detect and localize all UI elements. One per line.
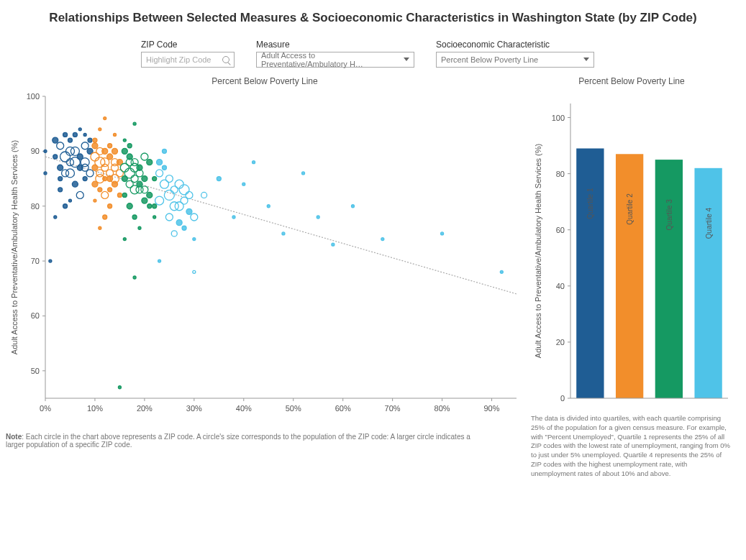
scatter-point[interactable] (108, 188, 112, 192)
scatter-point[interactable] (101, 164, 109, 171)
scatter-point[interactable] (62, 170, 69, 177)
scatter-point[interactable] (122, 175, 127, 181)
scatter-point[interactable] (99, 128, 101, 131)
scatter-point[interactable] (49, 260, 52, 262)
bar-2[interactable] (616, 154, 643, 398)
scatter-point[interactable] (88, 138, 92, 142)
bar-4[interactable] (694, 168, 722, 398)
scatter-point[interactable] (58, 188, 63, 192)
scatter-point[interactable] (155, 196, 164, 205)
scatter-point[interactable] (500, 270, 503, 273)
scatter-point[interactable] (58, 165, 63, 170)
scatter-point[interactable] (123, 139, 126, 142)
scatter-point[interactable] (147, 204, 152, 208)
scatter-point[interactable] (103, 176, 107, 180)
scatter-point[interactable] (123, 237, 126, 240)
bar-chart[interactable]: 020406080100Adult Access to Preventative… (531, 89, 732, 405)
scatter-point[interactable] (95, 157, 105, 167)
scatter-point[interactable] (60, 152, 70, 162)
scatter-point[interactable] (81, 142, 88, 150)
scatter-point[interactable] (78, 128, 81, 131)
scatter-point[interactable] (63, 132, 68, 137)
scatter-point[interactable] (232, 216, 235, 219)
scatter-point[interactable] (171, 231, 177, 237)
scatter-point[interactable] (108, 144, 112, 148)
scatter-point[interactable] (137, 181, 142, 187)
scatter-point[interactable] (302, 172, 305, 175)
scatter-point[interactable] (381, 237, 384, 240)
socio-dropdown[interactable]: Percent Below Poverty Line (436, 52, 594, 68)
scatter-point[interactable] (141, 153, 148, 160)
scatter-point[interactable] (72, 181, 78, 187)
scatter-point[interactable] (98, 188, 102, 192)
scatter-point[interactable] (137, 165, 142, 170)
bar-1[interactable] (576, 148, 604, 398)
scatter-point[interactable] (93, 138, 97, 142)
scatter-point[interactable] (124, 168, 135, 178)
scatter-point[interactable] (153, 176, 157, 180)
scatter-point[interactable] (253, 161, 255, 164)
scatter-plot[interactable]: 0%10%20%30%40%50%60%70%80%90%50607080901… (6, 89, 524, 420)
scatter-point[interactable] (68, 138, 72, 142)
scatter-point[interactable] (141, 186, 148, 193)
scatter-point[interactable] (114, 133, 117, 136)
scatter-point[interactable] (122, 148, 127, 154)
scatter-point[interactable] (157, 160, 163, 165)
scatter-point[interactable] (441, 232, 444, 235)
scatter-point[interactable] (217, 176, 221, 180)
scatter-point[interactable] (103, 215, 107, 219)
scatter-point[interactable] (242, 183, 245, 185)
scatter-point[interactable] (68, 199, 71, 202)
scatter-point[interactable] (91, 152, 99, 161)
scatter-point[interactable] (153, 204, 157, 208)
scatter-point[interactable] (83, 176, 87, 180)
scatter-point[interactable] (44, 172, 47, 175)
scatter-point[interactable] (92, 143, 98, 149)
scatter-point[interactable] (267, 205, 270, 208)
scatter-point[interactable] (92, 165, 98, 170)
scatter-point[interactable] (165, 175, 173, 182)
scatter-point[interactable] (142, 198, 147, 203)
scatter-point[interactable] (176, 220, 182, 226)
scatter-point[interactable] (164, 190, 174, 200)
scatter-point[interactable] (73, 132, 77, 137)
scatter-point[interactable] (70, 147, 79, 155)
scatter-point[interactable] (118, 386, 121, 389)
scatter-point[interactable] (112, 148, 118, 154)
scatter-point[interactable] (179, 185, 189, 195)
scatter-point[interactable] (101, 191, 109, 198)
scatter-point[interactable] (58, 176, 63, 180)
scatter-point[interactable] (77, 165, 83, 170)
bar-3[interactable] (655, 160, 683, 398)
measure-dropdown[interactable]: Adult Access to Preventative/Ambulatory … (256, 52, 414, 68)
scatter-point[interactable] (86, 170, 94, 177)
scatter-point[interactable] (102, 148, 108, 154)
scatter-point[interactable] (132, 215, 137, 219)
scatter-point[interactable] (53, 155, 58, 159)
scatter-point[interactable] (332, 243, 335, 246)
scatter-point[interactable] (162, 165, 166, 170)
scatter-point[interactable] (133, 276, 136, 279)
scatter-point[interactable] (182, 226, 186, 230)
scatter-point[interactable] (112, 181, 118, 187)
scatter-point[interactable] (53, 137, 58, 143)
scatter-point[interactable] (122, 193, 127, 197)
scatter-point[interactable] (65, 147, 74, 155)
scatter-point[interactable] (193, 237, 196, 240)
scatter-point[interactable] (131, 159, 138, 166)
scatter-point[interactable] (57, 142, 64, 150)
scatter-point[interactable] (83, 133, 86, 136)
scatter-point[interactable] (127, 203, 132, 209)
scatter-point[interactable] (147, 160, 153, 165)
scatter-point[interactable] (138, 226, 141, 229)
scatter-point[interactable] (175, 180, 183, 188)
scatter-point[interactable] (63, 204, 68, 208)
scatter-point[interactable] (153, 216, 156, 219)
scatter-point[interactable] (127, 144, 132, 148)
scatter-point[interactable] (76, 191, 83, 198)
scatter-point[interactable] (94, 199, 96, 202)
scatter-point[interactable] (317, 216, 319, 219)
scatter-point[interactable] (186, 208, 192, 214)
scatter-point[interactable] (170, 202, 178, 211)
scatter-point[interactable] (54, 216, 57, 219)
